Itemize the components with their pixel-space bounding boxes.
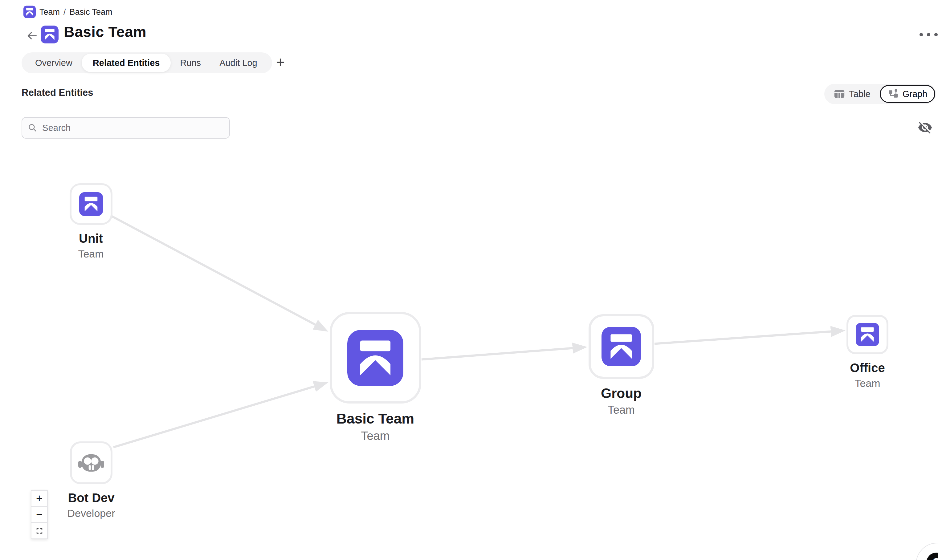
node-card xyxy=(69,183,112,225)
breadcrumb-current[interactable]: Basic Team xyxy=(69,8,112,17)
eye-off-icon[interactable] xyxy=(918,120,932,135)
tab-related-entities[interactable]: Related Entities xyxy=(82,54,171,72)
breadcrumb-team-link[interactable]: Team xyxy=(39,8,60,17)
team-flag-icon xyxy=(602,327,641,366)
node-type: Team xyxy=(78,248,103,260)
node-card xyxy=(330,312,421,403)
node-name: Office xyxy=(850,361,885,375)
node-card xyxy=(70,442,112,484)
zoom-in-button[interactable]: + xyxy=(31,490,48,506)
zoom-controls: + − xyxy=(31,490,48,539)
tab-bar: Overview Related Entities Runs Audit Log xyxy=(22,52,272,73)
breadcrumb: Team / Basic Team xyxy=(39,8,112,17)
table-view-label: Table xyxy=(849,89,870,99)
edge-basic-team-to-group xyxy=(422,348,573,360)
node-type: Team xyxy=(608,403,635,417)
add-tab-button[interactable]: + xyxy=(276,52,285,73)
graph-view-label: Graph xyxy=(903,89,927,99)
page-title: Basic Team xyxy=(64,23,146,40)
breadcrumb-separator: / xyxy=(63,8,66,17)
fit-view-button[interactable] xyxy=(31,523,48,539)
edge-bot-dev-to-basic-team xyxy=(113,386,315,447)
team-flag-icon xyxy=(23,5,36,19)
node-type: Developer xyxy=(68,507,115,519)
graph-node-group[interactable]: Group Team xyxy=(575,314,667,417)
tab-runs[interactable]: Runs xyxy=(171,52,210,73)
edge-group-to-office xyxy=(655,331,832,344)
section-heading: Related Entities xyxy=(22,87,93,98)
node-card xyxy=(847,315,889,354)
ellipsis-icon[interactable] xyxy=(920,31,938,38)
team-flag-icon xyxy=(79,192,103,216)
team-flag-icon xyxy=(856,323,879,346)
node-name: Unit xyxy=(79,232,103,246)
node-name: Basic Team xyxy=(336,410,414,427)
tab-overview[interactable]: Overview xyxy=(26,52,82,73)
graph-edges-canvas xyxy=(0,0,938,560)
graph-node-unit[interactable]: Unit Team xyxy=(45,183,137,260)
graph-view-button[interactable]: Graph xyxy=(880,85,935,103)
edge-unit-to-basic-team xyxy=(112,216,316,325)
entity-page: Team / Basic Team Basic Team Overview Re… xyxy=(0,0,938,560)
search-box xyxy=(22,117,230,138)
search-input[interactable] xyxy=(42,123,224,133)
graph-node-bot-dev[interactable]: Bot Dev Developer xyxy=(45,442,137,519)
table-view-button[interactable]: Table xyxy=(824,84,880,104)
node-card xyxy=(588,314,654,379)
search-icon xyxy=(28,123,37,133)
view-toggle: Table Graph xyxy=(824,84,936,104)
tab-audit-log[interactable]: Audit Log xyxy=(210,52,266,73)
graph-node-basic-team[interactable]: Basic Team Team xyxy=(329,312,422,443)
fit-view-icon xyxy=(36,527,43,534)
team-flag-icon xyxy=(41,26,59,43)
node-name: Group xyxy=(601,386,642,401)
robot-icon xyxy=(78,452,105,474)
table-icon xyxy=(833,88,845,100)
back-button[interactable] xyxy=(25,29,39,42)
zoom-out-button[interactable]: − xyxy=(31,506,48,523)
node-name: Bot Dev xyxy=(68,491,114,505)
graph-icon xyxy=(888,88,899,100)
team-flag-icon xyxy=(347,330,404,386)
node-type: Team xyxy=(361,429,390,443)
node-type: Team xyxy=(855,377,880,389)
graph-node-office[interactable]: Office Team xyxy=(821,315,914,389)
